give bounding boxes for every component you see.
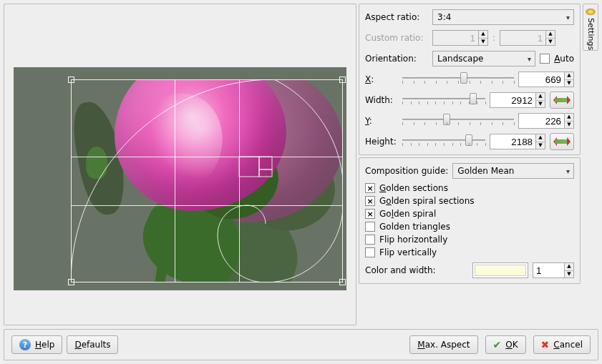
golden-sections-label: Golden sections xyxy=(379,183,448,193)
controls-panel: Aspect ratio: 3:4 Custom ratio: ▲▼ : ▲▼ xyxy=(359,4,581,325)
cancel-x-icon: ✖ xyxy=(541,339,550,350)
auto-orientation-label: Auto xyxy=(554,54,574,64)
help-icon: ? xyxy=(19,339,31,350)
custom-ratio-a: ▲▼ xyxy=(432,30,488,46)
orientation-label: Orientation: xyxy=(365,54,428,64)
composition-guide-label: Composition guide: xyxy=(365,166,448,176)
aspect-ratio-value: 3:4 xyxy=(437,12,451,22)
height-spinbox[interactable]: ▲▼ xyxy=(490,134,545,149)
width-arrows-icon xyxy=(555,95,569,105)
height-label: Height: xyxy=(365,137,398,147)
x-input[interactable] xyxy=(518,72,564,87)
auto-orientation-checkbox[interactable] xyxy=(540,54,550,64)
gear-icon xyxy=(586,9,596,15)
crop-handle-tl[interactable] xyxy=(68,77,74,83)
flip-horizontally-checkbox[interactable] xyxy=(365,235,375,245)
defaults-button-label: Defaults xyxy=(74,340,110,350)
height-slider[interactable] xyxy=(402,138,485,142)
x-label: X: xyxy=(365,74,398,84)
y-spin-buttons[interactable]: ▲▼ xyxy=(564,113,574,129)
custom-ratio-sep: : xyxy=(492,33,495,43)
golden-sections-checkbox[interactable] xyxy=(365,183,375,193)
flip-vertically-checkbox[interactable] xyxy=(365,247,375,257)
y-input[interactable] xyxy=(518,113,564,129)
cancel-button-label: Cancel xyxy=(553,340,583,350)
width-input[interactable] xyxy=(490,92,535,108)
crop-handle-tr[interactable] xyxy=(339,77,346,83)
ok-button-label: OK xyxy=(505,340,518,350)
aspect-ratio-select[interactable]: 3:4 xyxy=(432,9,574,25)
defaults-button[interactable]: Defaults xyxy=(67,335,118,354)
x-spin-buttons[interactable]: ▲▼ xyxy=(564,72,574,87)
custom-ratio-b-input xyxy=(500,30,545,46)
width-label: Width: xyxy=(365,95,398,105)
width-slider[interactable] xyxy=(402,97,485,101)
composition-guide-select[interactable]: Golden Mean xyxy=(452,163,574,179)
golden-spiral-checkbox[interactable] xyxy=(365,209,375,219)
height-input[interactable] xyxy=(490,134,535,149)
y-spinbox[interactable]: ▲▼ xyxy=(518,113,574,129)
geometry-group: Aspect ratio: 3:4 Custom ratio: ▲▼ : ▲▼ xyxy=(359,4,581,155)
photo[interactable] xyxy=(14,67,346,290)
golden-spiral-sections-checkbox[interactable] xyxy=(365,196,375,206)
custom-ratio-a-input xyxy=(432,30,478,46)
cancel-button[interactable]: ✖ Cancel xyxy=(533,335,591,354)
guide-width-spinbox[interactable]: ▲▼ xyxy=(533,262,574,278)
crop-handle-br[interactable] xyxy=(339,279,346,285)
width-spin-buttons[interactable]: ▲▼ xyxy=(535,92,545,108)
help-button[interactable]: ? Help xyxy=(11,335,62,354)
golden-triangles-label: Golden triangles xyxy=(379,222,450,232)
help-button-label: Help xyxy=(35,340,54,350)
ok-check-icon: ✔ xyxy=(493,339,502,350)
aspect-ratio-label: Aspect ratio: xyxy=(365,12,428,22)
height-spin-buttons[interactable]: ▲▼ xyxy=(535,134,545,149)
ok-button[interactable]: ✔ OK xyxy=(485,335,526,354)
height-arrows-icon xyxy=(555,137,569,147)
golden-spiral-label: Golden spiral xyxy=(379,209,436,219)
flip-vertically-label: Flip vertically xyxy=(379,247,437,257)
composition-guide-value: Golden Mean xyxy=(457,166,514,176)
composition-group: Composition guide: Golden Mean Golden se… xyxy=(359,157,581,284)
settings-tab[interactable]: Settings xyxy=(583,4,598,51)
max-aspect-button[interactable]: Max. Aspect xyxy=(409,335,477,354)
crop-rectangle[interactable] xyxy=(71,79,343,282)
crop-handle-bl[interactable] xyxy=(68,279,74,285)
color-and-width-label: Color and width: xyxy=(365,265,436,275)
orientation-value: Landscape xyxy=(437,54,483,64)
width-spinbox[interactable]: ▲▼ xyxy=(490,92,545,108)
guide-width-input[interactable] xyxy=(533,262,564,278)
custom-ratio-label: Custom ratio: xyxy=(365,33,428,43)
set-width-button[interactable] xyxy=(550,92,574,109)
y-label: Y: xyxy=(365,116,398,126)
golden-triangles-checkbox[interactable] xyxy=(365,222,375,232)
x-slider[interactable] xyxy=(402,76,514,80)
flip-horizontally-label: Flip horizontally xyxy=(379,235,447,245)
settings-tab-label: Settings xyxy=(586,18,596,50)
custom-ratio-b: ▲▼ xyxy=(500,30,555,46)
max-aspect-button-label: Max. Aspect xyxy=(417,340,470,350)
guide-width-spin-buttons[interactable]: ▲▼ xyxy=(564,262,574,278)
y-slider[interactable] xyxy=(402,117,514,122)
golden-spiral-sections-label: Golden spiral sections xyxy=(379,196,475,206)
set-height-button[interactable] xyxy=(550,133,574,150)
orientation-select[interactable]: Landscape xyxy=(432,51,535,67)
image-preview[interactable] xyxy=(4,4,356,325)
guide-color-picker[interactable] xyxy=(472,262,528,278)
dialog-button-bar: ? Help Defaults Max. Aspect ✔ OK ✖ Cance… xyxy=(4,329,598,360)
x-spinbox[interactable]: ▲▼ xyxy=(518,72,574,87)
